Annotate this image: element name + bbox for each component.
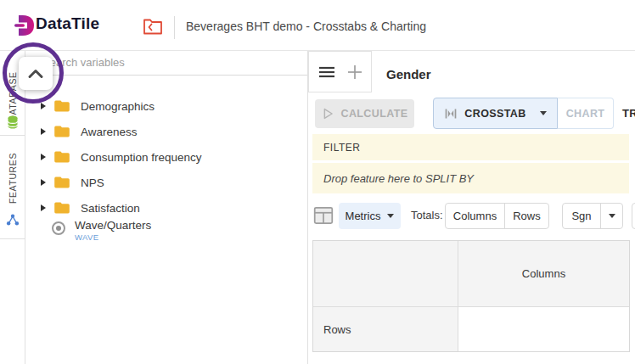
header-divider [174,16,175,39]
chevron-up-icon [26,65,45,82]
side-tab-rail: DATABASE FEATURES [0,51,25,364]
table-corner-cell [313,241,458,307]
plus-icon[interactable] [346,64,363,81]
crosstab-button[interactable]: CROSSTAB [433,98,558,129]
active-tab-title[interactable]: Gender [386,67,431,81]
chart-button[interactable]: CHART [558,98,614,129]
totals-rows-label: Rows [513,210,541,222]
totals-columns-label: Columns [453,210,497,222]
crosstab-table: Columns Rows [312,240,630,352]
calculate-label: CALCULATE [340,108,407,120]
radio-icon[interactable] [52,221,65,235]
split-by-hint: Drop feature here to SPLIT BY [323,172,474,185]
collapse-sidebar-button[interactable] [19,57,53,90]
folder-icon [53,99,70,113]
totals-toggle-group: Columns Rows [445,203,549,229]
tree-item-nps[interactable]: NPS [25,170,307,195]
variable-type-tag: WAVE [75,232,99,242]
tab-database-label: DATABASE [8,71,18,121]
side-tab-rail-spacer [0,239,25,364]
crosstab-label: CROSSTAB [464,108,525,120]
tab-features[interactable]: FEATURES [0,136,25,239]
tree-item-label: NPS [81,176,104,189]
table-columns-header[interactable]: Columns [458,241,629,307]
expand-arrow-icon[interactable] [41,204,46,211]
table-body-cell [458,307,629,351]
filter-drop-zone[interactable]: FILTER [312,134,629,160]
variable-label: Wave/Quarters [75,219,151,232]
table-layout-icon[interactable] [312,204,334,227]
tree-item-label: Awareness [81,126,138,138]
play-icon [321,107,334,120]
tree-item-label: Consumption frequency [81,151,202,164]
view-mode-switcher: CROSSTAB CHART [433,98,614,129]
brand-name: DataTile [36,14,99,33]
tree-item-wave-quarters[interactable]: Wave/Quarters WAVE [25,216,307,249]
filter-label: FILTER [323,142,360,154]
totals-rows-toggle[interactable]: Rows [504,204,548,228]
search-input[interactable] [25,51,307,74]
totals-label: Totals: [411,209,443,221]
sgn-button[interactable]: Sgn [563,204,600,228]
folder-icon [53,125,70,138]
rows-header-label: Rows [323,323,351,336]
folder-icon [53,201,70,215]
chart-label: CHART [566,108,605,120]
folder-icon [53,150,70,164]
expand-arrow-icon[interactable] [41,103,46,109]
clipped-right-button[interactable] [632,203,635,229]
totals-columns-toggle[interactable]: Columns [446,204,504,228]
database-icon [7,115,18,129]
calculate-button[interactable]: CALCULATE [315,99,414,128]
app-window: DataTile Beverages BHT demo - Crosstabs … [0,0,635,364]
columns-header-label: Columns [522,267,565,280]
chevron-down-icon[interactable] [540,111,547,115]
tree-item-demographics[interactable]: Demographics [25,93,307,119]
hamburger-icon[interactable] [318,63,336,81]
right-toolbar-partial-label[interactable]: TRI [622,107,635,120]
metrics-label: Metrics [346,210,381,222]
sgn-split-button: Sgn [562,203,623,229]
folder-icon [53,176,70,189]
variables-sidebar: Demographics Awareness Consumption frequ… [25,51,308,364]
tree-item-consumption-frequency[interactable]: Consumption frequency [25,144,307,170]
expand-arrow-icon[interactable] [41,128,46,135]
network-icon [6,214,19,226]
sgn-label: Sgn [571,210,591,222]
tree-item-label: Demographics [81,100,155,113]
project-title: Beverages BHT demo - Crosstabs & Chartin… [186,20,426,33]
chevron-down-icon [387,214,394,218]
sgn-dropdown-button[interactable] [600,204,622,228]
tree-item-label: Satisfaction [81,202,140,215]
table-rows-header[interactable]: Rows [313,307,458,351]
crosstab-icon [444,107,458,120]
metrics-button[interactable]: Metrics [339,203,401,229]
search-row [25,51,307,76]
expand-arrow-icon[interactable] [41,179,46,186]
tab-strip [308,51,372,92]
app-header: DataTile Beverages BHT demo - Crosstabs … [0,0,635,51]
split-by-drop-zone[interactable]: Drop feature here to SPLIT BY [312,163,629,193]
back-to-projects-folder-icon[interactable] [143,17,163,36]
chevron-down-icon [609,214,615,218]
tab-features-label: FEATURES [8,153,18,204]
expand-arrow-icon[interactable] [41,154,46,160]
datatile-logo-icon [14,14,35,37]
tree-item-awareness[interactable]: Awareness [25,119,307,144]
